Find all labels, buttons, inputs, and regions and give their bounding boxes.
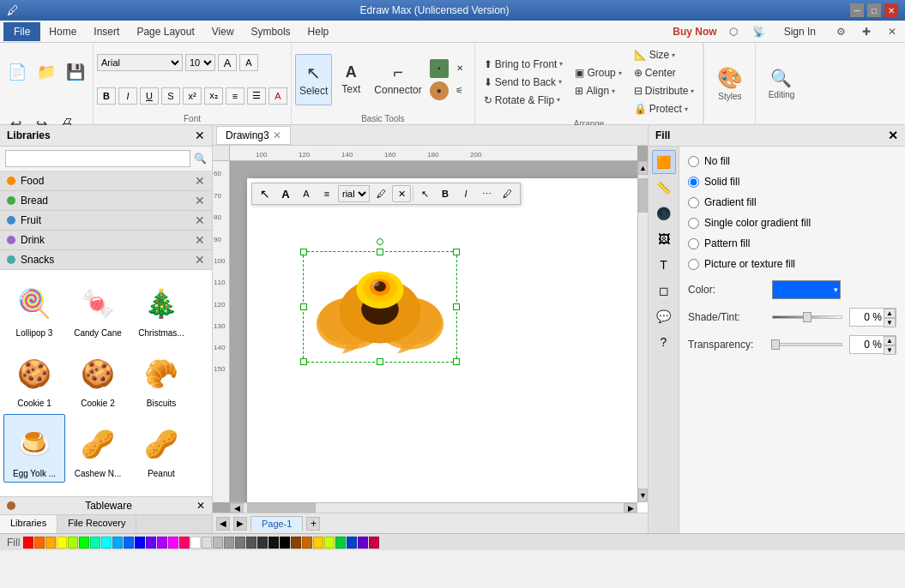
list-item[interactable]: 🍮 Egg Yolk ... (3, 414, 65, 483)
list-item[interactable]: 🍬 Candy Cane (67, 273, 129, 342)
shape-type-btn[interactable]: ◻ (652, 279, 676, 303)
handle-tm[interactable] (377, 249, 383, 255)
shade-slider-thumb[interactable] (803, 312, 811, 322)
list-item[interactable]: 🥜 Peanut (130, 414, 192, 483)
strikethrough-button[interactable]: S (161, 87, 180, 105)
single-gradient-radio[interactable] (688, 218, 699, 229)
font-family-select[interactable]: Arial (97, 54, 183, 71)
fill-panel-close-icon[interactable]: ✕ (888, 129, 898, 142)
close-toolbar-icon[interactable]: ✕ (392, 185, 411, 202)
color-palette-swatch[interactable] (335, 537, 346, 549)
fill-option-gradient[interactable]: Gradient fill (688, 195, 896, 210)
maximize-button[interactable]: □ (867, 3, 881, 17)
buy-now-button[interactable]: Buy Now (673, 26, 716, 38)
size-button[interactable]: 📐 Size ▾ (629, 46, 700, 63)
list-item[interactable]: 🎄 Christmas... (130, 273, 192, 342)
shape1-button[interactable]: ▪ (430, 59, 449, 78)
list-item[interactable]: 🥜 Walnuts (130, 484, 192, 496)
font-decrease-button[interactable]: A (239, 54, 258, 71)
send-to-back-button[interactable]: ⬇ Send to Back ▾ (479, 74, 569, 91)
handle-br[interactable] (453, 358, 460, 365)
color-palette-swatch[interactable] (369, 537, 379, 549)
distribute-button[interactable]: ⊟ Distribute ▾ (629, 82, 700, 99)
list-item[interactable]: 🥐 Biscuits (130, 344, 192, 412)
color-palette-swatch[interactable] (157, 537, 167, 549)
scrollbar-thumb-v[interactable] (638, 178, 648, 213)
text-type-btn[interactable]: T (652, 253, 676, 277)
font-increase-button[interactable]: A (218, 54, 237, 71)
horizontal-scrollbar[interactable]: ◀ ▶ (230, 502, 637, 513)
color-palette-swatch[interactable] (179, 537, 190, 549)
color-palette-swatch[interactable] (124, 537, 134, 549)
center-button[interactable]: ⊕ Center (629, 64, 700, 81)
settings-icon[interactable]: ⚙ (831, 22, 850, 41)
paint2-btn[interactable]: 🖊 (498, 185, 516, 202)
handle-bl[interactable] (300, 358, 307, 365)
bring-to-front-button[interactable]: ⬆ Bring to Front ▾ (479, 56, 569, 73)
paint-icon[interactable]: 🖊 (371, 185, 390, 202)
color-palette-swatch[interactable] (79, 537, 89, 549)
vertical-scrollbar[interactable]: ▲ ▼ (637, 161, 648, 502)
gradient-fill-radio[interactable] (688, 197, 699, 208)
list-item[interactable]: 🍭 Lollipop 3 (3, 273, 65, 342)
styles-panel[interactable]: 🎨 Styles (703, 43, 755, 124)
tab-libraries[interactable]: Libraries (0, 515, 57, 533)
sidebar-category-snacks[interactable]: Snacks ✕ (0, 250, 212, 270)
new-file-button[interactable]: 📄 (3, 46, 31, 98)
rotate-handle[interactable] (377, 238, 383, 245)
color-palette-swatch[interactable] (268, 537, 279, 549)
color-palette-swatch[interactable] (313, 537, 323, 549)
fill-option-none[interactable]: No fill (688, 153, 896, 169)
color-palette-swatch[interactable] (146, 537, 156, 549)
italic-float-btn[interactable]: I (456, 185, 475, 202)
shade-spin-down[interactable]: ▼ (884, 318, 896, 327)
subscript-button[interactable]: x₂ (204, 87, 223, 105)
pattern-fill-radio[interactable] (688, 238, 699, 249)
shade-slider[interactable] (772, 315, 842, 319)
list-item[interactable]: 🌰 Macadam... (3, 484, 65, 496)
color-palette-swatch[interactable] (190, 537, 201, 549)
canvas-container[interactable]: 100 120 140 160 180 200 60 70 80 90 100 … (213, 146, 648, 513)
home-menu[interactable]: Home (40, 22, 85, 41)
color-palette-swatch[interactable] (57, 537, 67, 549)
page-prev-btn[interactable]: ◀ (216, 517, 230, 531)
shape3-button[interactable]: ● (430, 81, 449, 100)
solid-fill-radio[interactable] (688, 177, 699, 188)
color-palette-swatch[interactable] (347, 537, 357, 549)
shape4-button[interactable]: ⚟ (450, 81, 469, 100)
share-icon[interactable]: ⬡ (724, 22, 743, 41)
scrollbar-up-btn[interactable]: ▲ (638, 161, 648, 175)
protect-button[interactable]: 🔒 Protect ▾ (629, 100, 700, 117)
color-palette-swatch[interactable] (68, 537, 78, 549)
color-palette-swatch[interactable] (23, 537, 33, 549)
shadow-type-btn[interactable]: 🌑 (652, 201, 676, 225)
bullets-button[interactable]: ☰ (247, 87, 266, 105)
fill-option-texture[interactable]: Picture or texture fill (688, 256, 896, 272)
sidebar-category-fruit[interactable]: Fruit ✕ (0, 211, 212, 231)
snacks-close-icon[interactable]: ✕ (195, 253, 205, 267)
color-palette-swatch[interactable] (168, 537, 178, 549)
text-size-up-btn[interactable]: A (276, 185, 295, 202)
fill-type-btn[interactable]: 🟧 (652, 150, 676, 174)
transparency-slider[interactable] (772, 343, 842, 346)
handle-ml[interactable] (300, 303, 307, 310)
transparency-slider-thumb[interactable] (771, 339, 780, 350)
food-close-icon[interactable]: ✕ (195, 174, 205, 188)
search-input[interactable] (5, 150, 190, 167)
extension-icon[interactable]: ✚ (857, 22, 876, 41)
color-swatch[interactable]: ▾ (772, 280, 841, 299)
bread-close-icon[interactable]: ✕ (195, 194, 205, 207)
minimize-button[interactable]: ─ (850, 3, 864, 17)
page-layout-menu[interactable]: Page Layout (128, 22, 202, 41)
sidebar-close-icon[interactable]: ✕ (195, 129, 205, 142)
broadcast-icon[interactable]: 📡 (750, 22, 769, 41)
color-palette-swatch[interactable] (358, 537, 368, 549)
color-palette-swatch[interactable] (224, 537, 234, 549)
italic-button[interactable]: I (118, 87, 137, 105)
color-palette-swatch[interactable] (135, 537, 145, 549)
sidebar-category-drink[interactable]: Drink ✕ (0, 231, 212, 250)
color-palette-swatch[interactable] (34, 537, 45, 549)
text-tool-button[interactable]: A Text (334, 54, 368, 105)
scrollbar-down-btn[interactable]: ▼ (638, 489, 648, 502)
font-select-float[interactable]: rial (338, 185, 370, 202)
